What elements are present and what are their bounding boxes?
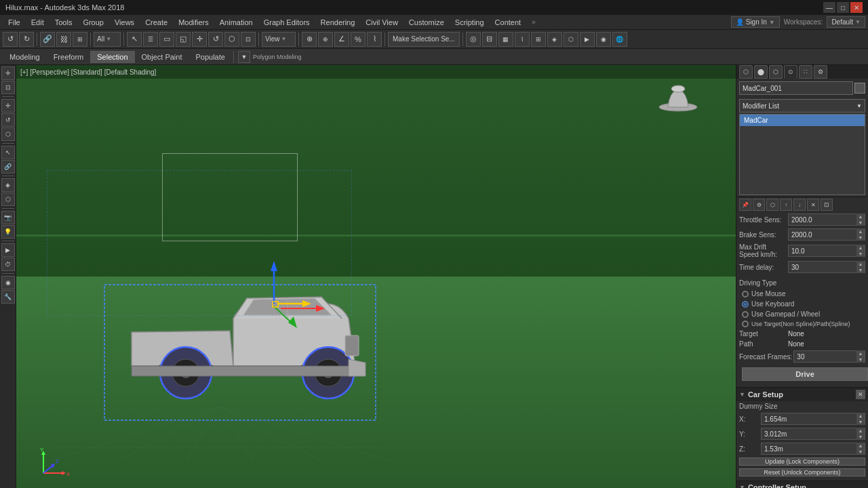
menu-group[interactable]: Group bbox=[77, 17, 109, 28]
mod-move-up-btn[interactable]: ↑ bbox=[780, 199, 792, 211]
max-drift-input[interactable]: 10.0 ▲ ▼ bbox=[788, 245, 865, 257]
render-frame-button[interactable]: ◉ bbox=[596, 32, 611, 47]
menu-tools[interactable]: Tools bbox=[50, 17, 78, 28]
filter-dropdown[interactable]: All ▼ bbox=[94, 32, 121, 47]
menu-scripting[interactable]: Scripting bbox=[450, 17, 490, 28]
menu-file[interactable]: File bbox=[3, 17, 26, 28]
sign-in-button[interactable]: 👤 Sign In ▼ bbox=[731, 16, 780, 28]
sub-extra-btn[interactable]: ▼ bbox=[238, 51, 250, 63]
selection-set-button[interactable]: Make Selection Se... bbox=[388, 32, 460, 47]
time-delay-input[interactable]: 30 ▲ ▼ bbox=[788, 261, 865, 273]
ls-modifiers-btn[interactable]: ⬡ bbox=[1, 192, 15, 206]
menu-content[interactable]: Content bbox=[490, 17, 527, 28]
use-center-button[interactable]: ⊡ bbox=[241, 32, 256, 47]
move-button[interactable]: ✛ bbox=[192, 32, 207, 47]
brake-sens-input[interactable]: 2000.0 ▲ ▼ bbox=[788, 228, 865, 241]
car-x-dn[interactable]: ▼ bbox=[856, 419, 865, 425]
rp-tab-hierarchy[interactable]: ⬡ bbox=[769, 65, 783, 79]
radio-use-target[interactable]: Use Target(Non Spline)/Path(Spline) bbox=[736, 319, 868, 329]
snap-2d-button[interactable]: ⊕ bbox=[318, 32, 333, 47]
radio-use-gamepad[interactable]: Use Gamepad / Wheel bbox=[736, 309, 868, 319]
minimize-button[interactable]: — bbox=[823, 2, 835, 13]
mod-configure-btn[interactable]: ⚙ bbox=[753, 199, 765, 211]
mod-highlight-btn[interactable]: ⬡ bbox=[766, 199, 778, 211]
menu-create[interactable]: Create bbox=[140, 17, 173, 28]
schematic-view-button[interactable]: ⊞ bbox=[531, 32, 546, 47]
ls-light-btn[interactable]: 💡 bbox=[1, 225, 15, 239]
menu-customize[interactable]: Customize bbox=[403, 17, 450, 28]
undo-button[interactable]: ↺ bbox=[3, 32, 18, 47]
rp-tab-motion[interactable]: ⊙ bbox=[784, 65, 797, 79]
controller-setup-header[interactable]: ▼ Controller Setup bbox=[736, 481, 868, 488]
reset-unlock-button[interactable]: Reset (Unlock Components) bbox=[739, 468, 865, 476]
object-name-input[interactable]: MadCar_001 bbox=[739, 81, 853, 95]
modifier-item-madcar[interactable]: MadCar bbox=[740, 115, 865, 126]
redo-button[interactable]: ↻ bbox=[19, 32, 34, 47]
close-button[interactable]: ✕ bbox=[850, 2, 863, 13]
ls-display-btn[interactable]: ◉ bbox=[1, 276, 15, 289]
unlink-button[interactable]: ⛓ bbox=[56, 32, 71, 47]
modifier-list-dropdown[interactable]: Modifier List ▼ bbox=[739, 99, 865, 113]
rp-tab-modify[interactable]: ⬤ bbox=[754, 65, 768, 79]
car-setup-header[interactable]: ▼ Car Setup ✕ bbox=[736, 387, 868, 401]
bind-button[interactable]: ⊞ bbox=[73, 32, 87, 47]
percent-snap-button[interactable]: % bbox=[351, 32, 366, 47]
time-delay-up[interactable]: ▲ bbox=[856, 261, 865, 267]
sub-modeling[interactable]: Modeling bbox=[3, 51, 47, 63]
sub-populate[interactable]: Populate bbox=[189, 51, 231, 63]
layer-manager-button[interactable]: ▦ bbox=[498, 32, 513, 47]
car-z-dn[interactable]: ▼ bbox=[856, 449, 865, 455]
throttle-sens-dn[interactable]: ▼ bbox=[856, 220, 865, 226]
mod-delete-btn[interactable]: ✕ bbox=[807, 199, 819, 211]
curve-editor-button[interactable]: ⌇ bbox=[515, 32, 530, 47]
brake-sens-dn[interactable]: ▼ bbox=[856, 235, 865, 241]
window-crossing-button[interactable]: ◱ bbox=[176, 32, 191, 47]
snap-3d-button[interactable]: ⊕ bbox=[302, 32, 317, 47]
brake-sens-up[interactable]: ▲ bbox=[856, 228, 865, 235]
ls-helpers-btn[interactable]: ⊡ bbox=[1, 81, 15, 94]
car-y-dn[interactable]: ▼ bbox=[856, 434, 865, 440]
rect-region-button[interactable]: ▭ bbox=[159, 32, 174, 47]
menu-graph-editors[interactable]: Graph Editors bbox=[258, 17, 315, 28]
max-drift-dn[interactable]: ▼ bbox=[856, 251, 865, 257]
sub-selection[interactable]: Selection bbox=[90, 51, 134, 63]
throttle-sens-up[interactable]: ▲ bbox=[856, 214, 865, 220]
maximize-button[interactable]: □ bbox=[837, 2, 849, 13]
ls-render-btn[interactable]: ▶ bbox=[1, 243, 15, 257]
car-x-up[interactable]: ▲ bbox=[856, 413, 865, 419]
ls-utilities-btn[interactable]: 🔧 bbox=[1, 290, 15, 304]
time-delay-dn[interactable]: ▼ bbox=[856, 267, 865, 273]
viewport[interactable]: [+] [Perspective] [Standard] [Default Sh… bbox=[16, 65, 736, 488]
rp-tab-display[interactable]: ∷ bbox=[799, 65, 812, 79]
ls-select-btn[interactable]: ↖ bbox=[1, 146, 15, 159]
car-y-input[interactable]: 3.012m ▲ ▼ bbox=[761, 428, 865, 440]
radio-use-mouse[interactable]: Use Mouse bbox=[736, 289, 868, 299]
select-by-name-button[interactable]: ☰ bbox=[143, 32, 158, 47]
ls-rotate-btn[interactable]: ↺ bbox=[1, 113, 15, 127]
object-color-swatch[interactable] bbox=[854, 83, 865, 94]
car-setup-close-btn[interactable]: ✕ bbox=[856, 390, 865, 399]
forecast-up[interactable]: ▲ bbox=[856, 350, 865, 357]
view-dropdown[interactable]: View ▼ bbox=[262, 32, 296, 47]
sub-freeform[interactable]: Freeform bbox=[47, 51, 91, 63]
angle-snap-button[interactable]: ∠ bbox=[334, 32, 349, 47]
mirror-button[interactable]: ◎ bbox=[466, 32, 481, 47]
throttle-sens-input[interactable]: 2000.0 ▲ ▼ bbox=[788, 214, 865, 226]
max-drift-up[interactable]: ▲ bbox=[856, 245, 865, 251]
workspace-dropdown[interactable]: Default ▼ bbox=[827, 16, 865, 28]
ls-anim-btn[interactable]: ⏱ bbox=[1, 258, 15, 271]
car-z-input[interactable]: 1.53m ▲ ▼ bbox=[761, 443, 865, 455]
menu-modifiers[interactable]: Modifiers bbox=[173, 17, 214, 28]
align-button[interactable]: ⊟ bbox=[482, 32, 497, 47]
render-setup-button[interactable]: ⬡ bbox=[564, 32, 578, 47]
forecast-input[interactable]: 30 ▲ ▼ bbox=[793, 350, 865, 363]
ls-link-btn[interactable]: 🔗 bbox=[1, 160, 15, 174]
mod-pin-btn[interactable]: 📌 bbox=[739, 199, 751, 211]
menu-animation[interactable]: Animation bbox=[214, 17, 258, 28]
mod-move-dn-btn[interactable]: ↓ bbox=[793, 199, 806, 211]
scale-button[interactable]: ⬡ bbox=[224, 32, 239, 47]
rp-tab-utilities[interactable]: ⚙ bbox=[814, 65, 827, 79]
menu-rendering[interactable]: Rendering bbox=[315, 17, 361, 28]
ls-move-btn[interactable]: ✛ bbox=[1, 99, 15, 113]
spinner-snap-button[interactable]: ⌇ bbox=[367, 32, 382, 47]
